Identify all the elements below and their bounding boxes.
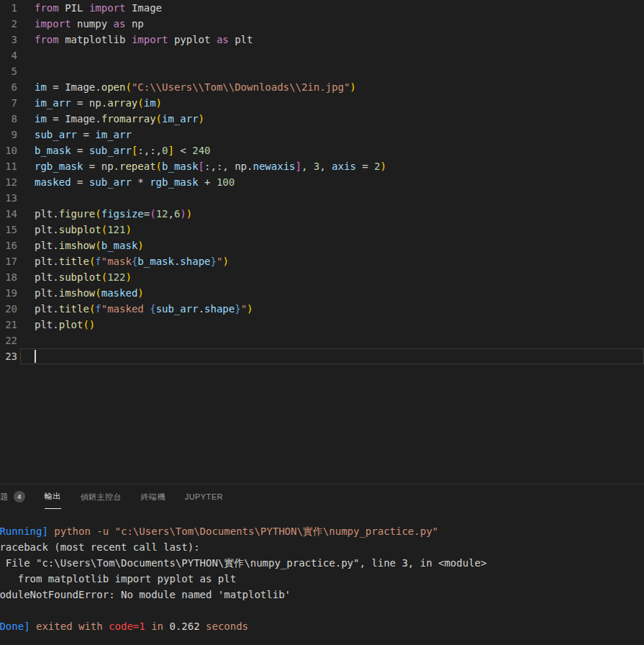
code-line[interactable]: 4 xyxy=(0,48,644,63)
code-token: numpy xyxy=(71,18,114,30)
code-token: ] xyxy=(168,145,173,156)
output-line: [Done] exited with code=1 in 0.262 secon… xyxy=(0,618,644,634)
code-text xyxy=(17,333,35,348)
code-line[interactable]: 3from matplotlib import pyplot as plt xyxy=(0,32,644,48)
code-line[interactable]: 7im_arr = np.array(im) xyxy=(0,95,644,111)
code-token: title xyxy=(59,303,89,315)
code-text: im = Image.fromarray(im_arr) xyxy=(17,111,204,127)
line-number[interactable]: 18 xyxy=(0,269,17,285)
code-line[interactable]: 13 xyxy=(0,190,644,206)
code-token: ) xyxy=(350,81,355,93)
code-line[interactable]: 19plt.imshow(masked) xyxy=(0,285,644,301)
code-line-current[interactable]: 23 xyxy=(0,348,644,364)
panel-tab-label: 問題 xyxy=(0,492,9,502)
line-number[interactable]: 1 xyxy=(0,0,17,16)
panel-tab-output[interactable]: 輸出 xyxy=(45,484,61,509)
code-token: 121 xyxy=(107,224,125,235)
code-line[interactable]: 14plt.figure(figsize=(12,6)) xyxy=(0,206,644,222)
code-token: np xyxy=(125,18,143,30)
code-line[interactable]: 16plt.imshow(b_mask) xyxy=(0,238,644,253)
line-number[interactable]: 8 xyxy=(0,111,17,127)
line-number[interactable]: 17 xyxy=(0,253,17,269)
code-token: figsize xyxy=(101,208,144,220)
line-number[interactable]: 7 xyxy=(0,95,17,111)
code-token: plt xyxy=(229,34,253,45)
code-line[interactable]: 12masked = sub_arr * rgb_mask + 100 xyxy=(0,174,644,190)
code-token: figure xyxy=(59,208,96,220)
output-token: from matplotlib import pyplot as plt xyxy=(0,573,236,585)
line-number[interactable]: 21 xyxy=(0,317,17,333)
panel-tab-jupyter[interactable]: JUPYTER xyxy=(185,484,223,509)
line-number[interactable]: 15 xyxy=(0,222,17,238)
output-token: [Done] xyxy=(0,621,30,632)
code-token: ) xyxy=(156,97,162,109)
code-token: = np. xyxy=(83,161,119,172)
code-token: matplotlib xyxy=(59,34,132,45)
code-token: masked xyxy=(101,287,138,299)
line-number[interactable]: 22 xyxy=(0,333,17,348)
bottom-panel: 問題4輸出偵錯主控台終端機JUPYTER [Running] python -u… xyxy=(0,484,644,645)
code-editor[interactable]: 1from PIL import Image2import numpy as n… xyxy=(0,0,644,483)
panel-tab-terminal[interactable]: 終端機 xyxy=(141,484,165,509)
code-line[interactable]: 15plt.subplot(121) xyxy=(0,222,644,238)
code-token: ) xyxy=(125,224,131,235)
line-number[interactable]: 4 xyxy=(0,48,17,63)
line-number[interactable]: 23 xyxy=(0,348,17,364)
code-token: , xyxy=(301,161,314,172)
code-token: PIL xyxy=(59,2,89,14)
line-number[interactable]: 20 xyxy=(0,301,17,317)
code-line[interactable]: 9sub_arr = im_arr xyxy=(0,127,644,143)
line-number[interactable]: 10 xyxy=(0,143,17,158)
code-line[interactable]: 17plt.title(f"mask{b_mask.shape}") xyxy=(0,253,644,269)
code-line[interactable]: 18plt.subplot(122) xyxy=(0,269,644,285)
code-line[interactable]: 1from PIL import Image xyxy=(0,0,644,16)
code-token: plt. xyxy=(35,224,59,235)
code-token: masked xyxy=(35,176,71,188)
code-token: b_mask xyxy=(162,161,199,172)
code-token: import xyxy=(89,2,126,14)
code-token: rgb_mask xyxy=(150,176,198,188)
line-number[interactable]: 19 xyxy=(0,285,17,301)
code-token: :,:, np. xyxy=(204,161,253,172)
code-token: [ xyxy=(199,161,204,172)
code-line[interactable]: 11rgb_mask = np.repeat(b_mask[:,:, np.ne… xyxy=(0,158,644,174)
code-token: * xyxy=(132,176,150,188)
code-token: b_mask xyxy=(137,256,174,267)
code-line[interactable]: 20plt.title(f"masked {sub_arr.shape}") xyxy=(0,301,644,317)
line-number[interactable]: 14 xyxy=(0,206,17,222)
code-line[interactable]: 5 xyxy=(0,63,644,79)
line-number[interactable]: 12 xyxy=(0,174,17,190)
code-token: 2 xyxy=(374,161,380,172)
line-number[interactable]: 9 xyxy=(0,127,17,143)
code-token: sub_arr xyxy=(89,145,132,156)
code-token: im_arr xyxy=(162,113,199,125)
code-line[interactable]: 6im = Image.open("C:\\Users\\Tom\\Downlo… xyxy=(0,79,644,95)
line-number[interactable]: 5 xyxy=(0,63,17,79)
output-console[interactable]: [Running] python -u "c:\Users\Tom\Docume… xyxy=(0,509,644,634)
panel-tab-problems[interactable]: 問題4 xyxy=(0,484,25,509)
line-number[interactable]: 11 xyxy=(0,158,17,174)
code-token: pyplot xyxy=(168,34,216,45)
code-token: plt. xyxy=(35,240,59,251)
panel-tab-label: 輸出 xyxy=(45,491,61,502)
line-number[interactable]: 16 xyxy=(0,238,17,253)
problems-count-badge: 4 xyxy=(14,491,25,502)
code-line[interactable]: 10b_mask = sub_arr[:,:,0] < 240 xyxy=(0,143,644,158)
code-token: = xyxy=(71,176,89,188)
code-token: b_mask xyxy=(101,240,138,251)
code-text xyxy=(17,190,35,206)
line-number[interactable]: 3 xyxy=(0,32,17,48)
line-number[interactable]: 6 xyxy=(0,79,17,95)
code-line[interactable]: 22 xyxy=(0,333,644,348)
code-token: sub_arr xyxy=(35,129,77,140)
panel-tab-debug-console[interactable]: 偵錯主控台 xyxy=(81,484,122,509)
code-token: = Image. xyxy=(47,113,101,125)
line-number[interactable]: 2 xyxy=(0,16,17,32)
code-line[interactable]: 8im = Image.fromarray(im_arr) xyxy=(0,111,644,127)
code-token: < xyxy=(174,145,192,156)
line-number[interactable]: 13 xyxy=(0,190,17,206)
code-token: plt. xyxy=(35,287,59,299)
code-token: ( xyxy=(101,224,107,235)
code-line[interactable]: 21plt.plot() xyxy=(0,317,644,333)
code-line[interactable]: 2import numpy as np xyxy=(0,16,644,32)
